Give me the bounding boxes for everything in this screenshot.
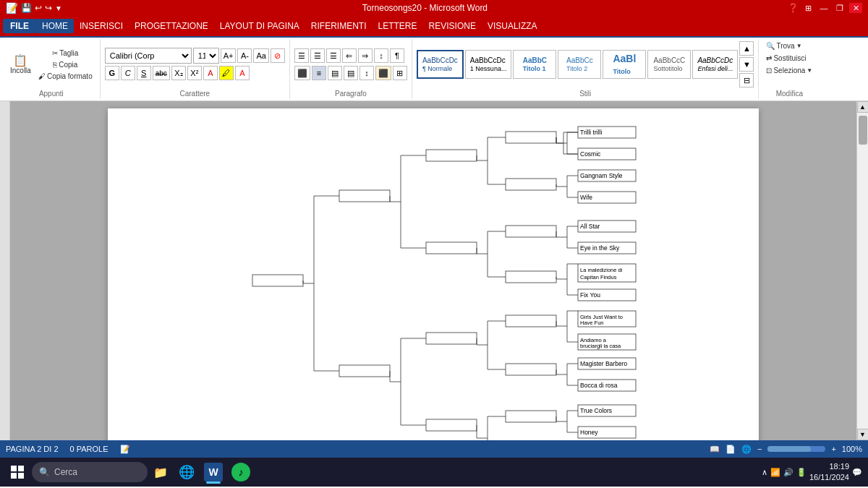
styles-down-button[interactable]: ▼ — [739, 57, 754, 72]
align-center-button[interactable]: ≡ — [312, 66, 326, 80]
taskbar-search[interactable]: 🔍 Cerca — [32, 462, 148, 482]
decrease-font-button[interactable]: A- — [237, 48, 252, 63]
ribbon-toggle-button[interactable]: ⊞ — [801, 3, 814, 13]
taskbar-spotify[interactable]: ♪ — [227, 459, 255, 485]
style-subtitle[interactable]: AaBbCcCSottotitolo — [647, 50, 691, 79]
close-button[interactable]: ✕ — [849, 3, 862, 13]
subscript-button[interactable]: X₂ — [171, 66, 186, 80]
quick-more[interactable]: ▼ — [55, 4, 62, 12]
copy-icon: ⎘ — [53, 61, 57, 69]
svg-rect-132 — [18, 466, 24, 471]
quick-undo[interactable]: ↩ — [35, 3, 42, 13]
taskbar-file-explorer[interactable]: 📁 — [148, 459, 174, 485]
vertical-ruler — [0, 101, 10, 440]
superscript-button[interactable]: X² — [187, 66, 202, 80]
file-menu[interactable]: FILE — [3, 19, 36, 33]
style-normal[interactable]: AaBbCcDc¶ Normale — [417, 50, 464, 79]
select-dropdown[interactable]: ▼ — [807, 67, 812, 74]
visualizza-menu[interactable]: VISUALIZZA — [482, 19, 543, 33]
font-row1: Calibri (Corp 11 A+ A- Aa ⊘ — [105, 48, 285, 64]
find-icon: 🔍 — [766, 42, 775, 50]
lettere-menu[interactable]: LETTERE — [373, 19, 423, 33]
multilevel-list-button[interactable]: ☰ — [326, 48, 341, 63]
zoom-out-button[interactable]: − — [757, 445, 762, 453]
replace-button[interactable]: ⇄ Sostituisci — [763, 53, 809, 64]
font-size-select[interactable]: 11 — [193, 48, 219, 64]
word-count: 0 PAROLE — [70, 445, 109, 453]
align-left-button[interactable]: ⬛ — [294, 66, 310, 80]
sort-button[interactable]: ↕ — [374, 48, 388, 63]
scroll-thumb[interactable] — [859, 116, 867, 145]
copy-button[interactable]: ⎘ Copia — [35, 59, 95, 70]
home-menu[interactable]: HOME — [36, 19, 74, 33]
change-case-button[interactable]: Aa — [253, 48, 268, 63]
increase-font-button[interactable]: A+ — [221, 48, 237, 63]
italic-button[interactable]: C — [121, 66, 135, 80]
minimize-button[interactable]: — — [817, 3, 830, 13]
select-button[interactable]: ⊡ Seleziona ▼ — [763, 65, 815, 76]
text-color-button[interactable]: A — [235, 66, 250, 80]
format-painter-button[interactable]: 🖌 Copia formato — [35, 71, 95, 82]
font-name-select[interactable]: Calibri (Corp — [105, 48, 192, 64]
read-mode-icon[interactable]: 📖 — [710, 445, 720, 454]
align-right-button[interactable]: ▤ — [328, 66, 342, 80]
riferimenti-menu[interactable]: RIFERIMENTI — [305, 19, 373, 33]
justify-button[interactable]: ▤ — [344, 66, 358, 80]
style-title[interactable]: AaBlTitolo — [603, 50, 646, 79]
styles-up-button[interactable]: ▲ — [739, 41, 754, 56]
time-display[interactable]: 18:19 16/11/2024 — [809, 461, 849, 484]
taskbar-chrome[interactable]: 🌐 — [174, 459, 200, 485]
document-scroll[interactable]: Trilli trilli Cosmic Gangnam Style Wife … — [10, 101, 856, 440]
bullets-button[interactable]: ☰ — [294, 48, 309, 63]
print-layout-icon[interactable]: 📄 — [726, 445, 736, 454]
find-dropdown[interactable]: ▼ — [796, 43, 802, 49]
volume-icon[interactable]: 🔊 — [783, 468, 793, 477]
document-area: Trilli trilli Cosmic Gangnam Style Wife … — [0, 101, 868, 440]
underline-button[interactable]: S — [137, 66, 151, 80]
quick-save[interactable]: 💾 — [21, 3, 32, 13]
increase-indent-button[interactable]: ⇒ — [358, 48, 373, 63]
taskbar-word[interactable]: W — [200, 459, 227, 485]
zoom-in-button[interactable]: + — [831, 445, 835, 453]
layout-menu[interactable]: LAYOUT DI PAGINA — [214, 19, 305, 33]
shading-button[interactable]: ⬛ — [375, 66, 391, 80]
line-spacing-button[interactable]: ↕ — [359, 66, 374, 80]
svg-text:Fix You: Fix You — [580, 291, 600, 299]
paste-button[interactable]: 📋 Incolla — [7, 53, 34, 76]
svg-text:Magister Barbero: Magister Barbero — [580, 360, 627, 367]
scroll-down-button[interactable]: ▼ — [857, 429, 869, 440]
decrease-indent-button[interactable]: ⇐ — [342, 48, 357, 63]
vertical-scrollbar[interactable]: ▲ ▼ — [856, 101, 868, 440]
restore-button[interactable]: ❐ — [833, 3, 846, 13]
quick-redo[interactable]: ↪ — [45, 3, 52, 13]
help-icon[interactable]: ❓ — [788, 3, 799, 13]
status-bar-right: 📖 📄 🌐 − + 100% — [710, 445, 862, 454]
font-color-button[interactable]: A — [203, 66, 218, 80]
start-button[interactable] — [3, 459, 32, 485]
bold-button[interactable]: G — [105, 66, 119, 80]
highlight-button[interactable]: 🖊 — [219, 66, 234, 80]
find-button[interactable]: 🔍 Trova ▼ — [763, 40, 804, 51]
style-emphasis[interactable]: AaBbCcDcEnfasi deli... — [692, 50, 738, 79]
style-heading1[interactable]: AaBbCTitolo 1 — [513, 50, 556, 79]
revisione-menu[interactable]: REVISIONE — [423, 19, 482, 33]
inserisci-menu[interactable]: INSERISCI — [74, 19, 129, 33]
network-icon[interactable]: 📶 — [770, 468, 780, 477]
style-heading2[interactable]: AaBbCcTitolo 2 — [558, 50, 601, 79]
style-no-spacing[interactable]: AaBbCcDc1 Nessuna... — [465, 50, 512, 79]
paragraph-marks-button[interactable]: ¶ — [390, 48, 404, 63]
clear-format-button[interactable]: ⊘ — [271, 48, 285, 63]
strikethrough-button[interactable]: abc — [153, 66, 170, 80]
zoom-slider[interactable] — [767, 446, 825, 452]
scroll-up-button[interactable]: ▲ — [857, 101, 869, 113]
cut-button[interactable]: ✂ Taglia — [35, 48, 95, 59]
borders-button[interactable]: ⊞ — [393, 66, 407, 80]
numbered-list-button[interactable]: ☰ — [310, 48, 325, 63]
battery-icon[interactable]: 🔋 — [796, 468, 807, 477]
styles-expand-button[interactable]: ⊟ — [739, 73, 754, 87]
web-layout-icon[interactable]: 🌐 — [741, 445, 752, 454]
paragraph-label: Paragrafo — [335, 88, 367, 98]
notification-icon[interactable]: 💬 — [852, 468, 862, 477]
system-tray-chevron[interactable]: ∧ — [762, 468, 767, 477]
progettazione-menu[interactable]: PROGETTAZIONE — [129, 19, 214, 33]
